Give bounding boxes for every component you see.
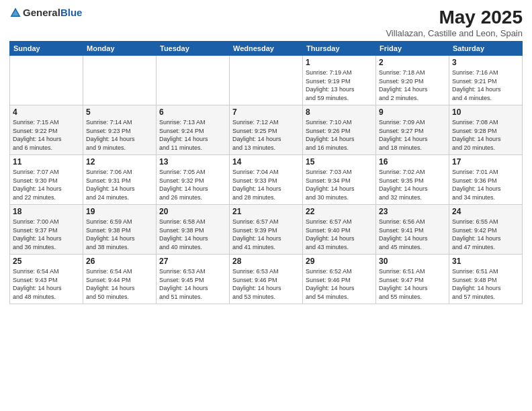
calendar-cell	[157, 56, 230, 105]
calendar-cell: 15Sunrise: 7:03 AM Sunset: 9:34 PM Dayli…	[303, 155, 376, 205]
day-info: Sunrise: 6:55 AM Sunset: 9:42 PM Dayligh…	[452, 218, 519, 251]
calendar-cell: 18Sunrise: 7:00 AM Sunset: 9:37 PM Dayli…	[10, 205, 83, 255]
day-number: 9	[379, 107, 446, 117]
calendar-cell: 1Sunrise: 7:19 AM Sunset: 9:19 PM Daylig…	[303, 56, 376, 105]
day-number: 12	[86, 157, 153, 167]
day-number: 4	[13, 107, 80, 117]
calendar-cell: 12Sunrise: 7:06 AM Sunset: 9:31 PM Dayli…	[83, 155, 157, 205]
logo: GeneralBlue	[9, 7, 82, 19]
day-info: Sunrise: 6:58 AM Sunset: 9:38 PM Dayligh…	[159, 218, 226, 251]
calendar-cell: 5Sunrise: 7:14 AM Sunset: 9:23 PM Daylig…	[83, 105, 157, 155]
col-monday: Monday	[83, 42, 157, 56]
calendar-cell: 6Sunrise: 7:13 AM Sunset: 9:24 PM Daylig…	[157, 105, 230, 155]
day-info: Sunrise: 7:09 AM Sunset: 9:27 PM Dayligh…	[379, 118, 446, 152]
weekday-row: Sunday Monday Tuesday Wednesday Thursday…	[10, 42, 523, 56]
day-info: Sunrise: 7:04 AM Sunset: 9:33 PM Dayligh…	[232, 168, 300, 201]
month-title: May 2025	[386, 7, 523, 28]
day-number: 24	[452, 207, 519, 216]
calendar-week-4: 18Sunrise: 7:00 AM Sunset: 9:37 PM Dayli…	[10, 205, 523, 255]
day-number: 18	[13, 207, 80, 216]
day-info: Sunrise: 6:59 AM Sunset: 9:38 PM Dayligh…	[86, 218, 153, 251]
day-info: Sunrise: 7:05 AM Sunset: 9:32 PM Dayligh…	[159, 168, 226, 201]
title-block: May 2025 Villalazan, Castille and Leon, …	[386, 7, 523, 38]
calendar-cell: 10Sunrise: 7:08 AM Sunset: 9:28 PM Dayli…	[449, 105, 523, 155]
calendar-cell: 25Sunrise: 6:54 AM Sunset: 9:43 PM Dayli…	[10, 255, 83, 304]
col-friday: Friday	[376, 42, 449, 56]
day-number: 30	[379, 257, 446, 266]
day-number: 13	[159, 157, 226, 167]
day-info: Sunrise: 7:10 AM Sunset: 9:26 PM Dayligh…	[306, 118, 373, 152]
day-number: 15	[306, 157, 373, 167]
calendar-table: Sunday Monday Tuesday Wednesday Thursday…	[9, 41, 523, 304]
day-number: 27	[159, 257, 226, 266]
calendar-cell: 27Sunrise: 6:53 AM Sunset: 9:45 PM Dayli…	[157, 255, 230, 304]
day-info: Sunrise: 6:54 AM Sunset: 9:43 PM Dayligh…	[13, 267, 80, 301]
day-number: 20	[159, 207, 226, 216]
calendar-cell: 8Sunrise: 7:10 AM Sunset: 9:26 PM Daylig…	[303, 105, 376, 155]
calendar-cell	[10, 56, 83, 105]
calendar-cell: 31Sunrise: 6:51 AM Sunset: 9:48 PM Dayli…	[449, 255, 523, 304]
day-number: 7	[232, 107, 300, 117]
calendar-cell: 22Sunrise: 6:57 AM Sunset: 9:40 PM Dayli…	[303, 205, 376, 255]
calendar-header: Sunday Monday Tuesday Wednesday Thursday…	[10, 42, 523, 56]
calendar-cell: 29Sunrise: 6:52 AM Sunset: 9:46 PM Dayli…	[303, 255, 376, 304]
day-number: 10	[452, 107, 519, 117]
day-number: 25	[13, 257, 80, 266]
day-info: Sunrise: 7:02 AM Sunset: 9:35 PM Dayligh…	[379, 168, 446, 201]
calendar-cell: 2Sunrise: 7:18 AM Sunset: 9:20 PM Daylig…	[376, 56, 449, 105]
calendar-cell: 17Sunrise: 7:01 AM Sunset: 9:36 PM Dayli…	[449, 155, 523, 205]
logo-blue: Blue	[60, 7, 83, 18]
day-info: Sunrise: 7:03 AM Sunset: 9:34 PM Dayligh…	[306, 168, 373, 201]
day-info: Sunrise: 6:51 AM Sunset: 9:47 PM Dayligh…	[379, 267, 446, 301]
calendar-cell: 13Sunrise: 7:05 AM Sunset: 9:32 PM Dayli…	[157, 155, 230, 205]
day-info: Sunrise: 6:57 AM Sunset: 9:40 PM Dayligh…	[306, 218, 373, 251]
day-number: 23	[379, 207, 446, 216]
day-info: Sunrise: 6:51 AM Sunset: 9:48 PM Dayligh…	[452, 267, 519, 301]
day-info: Sunrise: 7:18 AM Sunset: 9:20 PM Dayligh…	[379, 68, 446, 102]
day-number: 26	[86, 257, 153, 266]
day-info: Sunrise: 7:19 AM Sunset: 9:19 PM Dayligh…	[306, 68, 373, 102]
day-number: 6	[159, 107, 226, 117]
day-info: Sunrise: 7:08 AM Sunset: 9:28 PM Dayligh…	[452, 118, 519, 152]
calendar-cell: 24Sunrise: 6:55 AM Sunset: 9:42 PM Dayli…	[449, 205, 523, 255]
calendar-week-2: 4Sunrise: 7:15 AM Sunset: 9:22 PM Daylig…	[10, 105, 523, 155]
day-info: Sunrise: 7:16 AM Sunset: 9:21 PM Dayligh…	[452, 68, 519, 102]
calendar-cell: 7Sunrise: 7:12 AM Sunset: 9:25 PM Daylig…	[230, 105, 303, 155]
day-number: 21	[232, 207, 300, 216]
day-number: 17	[452, 157, 519, 167]
day-info: Sunrise: 7:13 AM Sunset: 9:24 PM Dayligh…	[159, 118, 226, 152]
day-number: 8	[306, 107, 373, 117]
day-number: 2	[379, 58, 446, 67]
calendar-week-5: 25Sunrise: 6:54 AM Sunset: 9:43 PM Dayli…	[10, 255, 523, 304]
day-number: 1	[306, 58, 373, 67]
day-number: 16	[379, 157, 446, 167]
calendar-cell	[83, 56, 157, 105]
day-info: Sunrise: 6:53 AM Sunset: 9:45 PM Dayligh…	[159, 267, 226, 301]
day-number: 19	[86, 207, 153, 216]
day-info: Sunrise: 6:53 AM Sunset: 9:46 PM Dayligh…	[232, 267, 300, 301]
col-saturday: Saturday	[449, 42, 523, 56]
calendar-cell	[230, 56, 303, 105]
calendar-cell: 19Sunrise: 6:59 AM Sunset: 9:38 PM Dayli…	[83, 205, 157, 255]
col-thursday: Thursday	[303, 42, 376, 56]
calendar-cell: 9Sunrise: 7:09 AM Sunset: 9:27 PM Daylig…	[376, 105, 449, 155]
col-sunday: Sunday	[10, 42, 83, 56]
day-number: 3	[452, 58, 519, 67]
day-number: 31	[452, 257, 519, 266]
calendar-cell: 21Sunrise: 6:57 AM Sunset: 9:39 PM Dayli…	[230, 205, 303, 255]
col-wednesday: Wednesday	[230, 42, 303, 56]
calendar-cell: 3Sunrise: 7:16 AM Sunset: 9:21 PM Daylig…	[449, 56, 523, 105]
day-info: Sunrise: 7:00 AM Sunset: 9:37 PM Dayligh…	[13, 218, 80, 251]
day-info: Sunrise: 6:56 AM Sunset: 9:41 PM Dayligh…	[379, 218, 446, 251]
day-info: Sunrise: 7:15 AM Sunset: 9:22 PM Dayligh…	[13, 118, 80, 152]
calendar-cell: 14Sunrise: 7:04 AM Sunset: 9:33 PM Dayli…	[230, 155, 303, 205]
calendar-week-3: 11Sunrise: 7:07 AM Sunset: 9:30 PM Dayli…	[10, 155, 523, 205]
page-container: GeneralBlue May 2025 Villalazan, Castill…	[0, 0, 532, 411]
day-info: Sunrise: 7:01 AM Sunset: 9:36 PM Dayligh…	[452, 168, 519, 201]
day-info: Sunrise: 7:07 AM Sunset: 9:30 PM Dayligh…	[13, 168, 80, 201]
day-info: Sunrise: 7:06 AM Sunset: 9:31 PM Dayligh…	[86, 168, 153, 201]
calendar-cell: 20Sunrise: 6:58 AM Sunset: 9:38 PM Dayli…	[157, 205, 230, 255]
logo-general: General	[23, 7, 60, 18]
day-number: 28	[232, 257, 300, 266]
calendar-cell: 26Sunrise: 6:54 AM Sunset: 9:44 PM Dayli…	[83, 255, 157, 304]
